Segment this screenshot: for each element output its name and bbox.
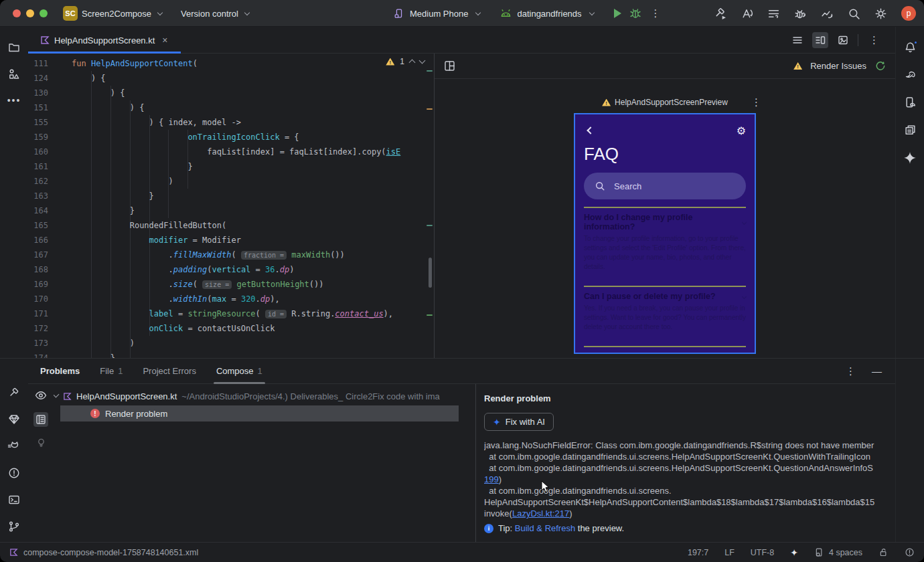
- stack-trace-link[interactable]: LazyDsl.kt:217: [512, 508, 569, 519]
- run-configuration-selector[interactable]: datingandfriends: [517, 9, 581, 19]
- expand-chevron-icon[interactable]: [54, 391, 59, 398]
- code-line[interactable]: 169.size( size = getButtonHeight()): [28, 277, 434, 292]
- editor-tab-bar: HelpAndSupportScreen.kt × ⋮: [28, 27, 895, 54]
- close-tab-icon[interactable]: ×: [162, 35, 167, 45]
- split-view-icon[interactable]: [812, 32, 828, 48]
- minimize-window-button[interactable]: [26, 9, 34, 17]
- code-line[interactable]: 162): [28, 174, 434, 189]
- faq-answer: Yes. If you need a break, you can pause …: [584, 304, 746, 332]
- code-line[interactable]: 172onClick = contactUsOnClick: [28, 321, 434, 336]
- inspection-widget[interactable]: ! 1: [386, 57, 425, 66]
- indent-widget[interactable]: 4 spaces: [814, 547, 862, 557]
- caret-position[interactable]: 197:7: [688, 548, 708, 557]
- close-window-button[interactable]: [13, 9, 21, 17]
- next-warning-icon[interactable]: [419, 58, 426, 64]
- warning-icon: !: [793, 62, 802, 70]
- project-widget[interactable]: SC Screen2Compose: [63, 0, 162, 27]
- gemini-ai-icon[interactable]: [903, 151, 917, 165]
- tool-window-options-icon[interactable]: ⋮: [842, 365, 860, 377]
- preview-name[interactable]: HelpAndSupportScreenPreview: [615, 98, 728, 107]
- code-line[interactable]: 173): [28, 336, 434, 351]
- profile-debug-icon[interactable]: [794, 7, 807, 20]
- editor-scrollbar[interactable]: [429, 258, 432, 288]
- code-line[interactable]: 159onTrailingIconClick = {: [28, 130, 434, 145]
- notifications-bell-icon[interactable]: [904, 41, 917, 54]
- debug-button[interactable]: [629, 7, 641, 19]
- run-toolbar: Medium Phone datingandfriends ⋮: [394, 0, 665, 27]
- render-issues-label[interactable]: Render Issues: [810, 61, 866, 71]
- code-line[interactable]: 165RoundedFilledButton(: [28, 218, 434, 233]
- build-variants-icon[interactable]: [904, 124, 917, 136]
- refresh-icon[interactable]: [874, 60, 886, 72]
- code-line[interactable]: 124) {: [28, 71, 434, 86]
- more-tool-windows-icon[interactable]: •••: [7, 95, 21, 106]
- code-line[interactable]: 168.padding(vertical = 36.dp): [28, 262, 434, 277]
- design-view-icon[interactable]: [835, 32, 851, 48]
- preview-toolbar: ! Render Issues: [435, 54, 895, 79]
- tool-window-title[interactable]: Problems: [40, 366, 80, 376]
- code-line[interactable]: 155) { index, model ->: [28, 115, 434, 130]
- problems-file-node[interactable]: HelpAndSupportScreen.kt ~/AndroidStudioP…: [54, 388, 475, 404]
- device-icon: [394, 8, 404, 19]
- code-line[interactable]: 167.fillMaxWidth( fraction = maxWidth()): [28, 248, 434, 262]
- minimize-tool-window-icon[interactable]: —: [872, 365, 882, 377]
- file-encoding[interactable]: UTF-8: [751, 548, 774, 557]
- unlocked-icon[interactable]: [878, 547, 889, 557]
- code-line[interactable]: 166modifier = Modifier: [28, 233, 434, 248]
- device-sync-icon: [814, 547, 824, 557]
- device-manager-icon[interactable]: [904, 96, 917, 109]
- code-line[interactable]: 161}: [28, 159, 434, 174]
- warning-count: 1: [400, 57, 404, 66]
- tab-compose[interactable]: Compose1: [216, 359, 262, 384]
- quick-fix-bulb-icon[interactable]: [36, 438, 46, 448]
- code-line[interactable]: 151) {: [28, 100, 434, 115]
- stack-trace-line: at com.ibm.google.datingandfriends.ui.sc…: [484, 485, 924, 496]
- line-ending[interactable]: LF: [724, 548, 735, 557]
- search-icon[interactable]: [848, 7, 860, 20]
- faq-question: Can I pause or delete my profile?: [584, 292, 746, 301]
- gradle-tool-icon[interactable]: [904, 69, 917, 82]
- highlight-level-icon[interactable]: [905, 547, 915, 557]
- editor-options-icon[interactable]: ⋮: [865, 34, 883, 46]
- code-line[interactable]: 160faqList[index] = faqList[index].copy(…: [28, 145, 434, 159]
- build-icon[interactable]: [714, 7, 726, 20]
- preview-options-icon[interactable]: ⋮: [747, 96, 765, 108]
- settings-gear-icon[interactable]: [874, 7, 887, 20]
- zoom-window-button[interactable]: [40, 9, 48, 17]
- code-line[interactable]: 111fun HelpAndSupportContent(: [28, 56, 434, 71]
- code-line[interactable]: 174}: [28, 351, 434, 358]
- ai-status-icon[interactable]: ✦: [790, 547, 798, 558]
- code-line[interactable]: 170.widthIn(max = 320.dp),: [28, 292, 434, 306]
- open-details-icon[interactable]: [33, 412, 48, 427]
- tab-project-errors[interactable]: Project Errors: [143, 359, 196, 384]
- run-button[interactable]: [614, 9, 621, 18]
- device-selector[interactable]: Medium Phone: [410, 9, 468, 19]
- tab-file[interactable]: File1: [100, 359, 123, 384]
- profiler-icon[interactable]: [821, 7, 834, 20]
- problem-row-selected[interactable]: ! Render problem: [60, 405, 459, 421]
- preview-layout-icon[interactable]: [444, 60, 455, 72]
- preview-problem-icon[interactable]: [35, 389, 47, 401]
- more-run-options-button[interactable]: ⋮: [647, 7, 665, 19]
- ai-rename-icon[interactable]: [741, 7, 753, 20]
- task-list-icon[interactable]: [767, 7, 780, 20]
- stack-trace-link[interactable]: 199: [484, 474, 499, 484]
- main-toolbar-icons: p: [714, 0, 916, 27]
- fix-with-ai-button[interactable]: ✦ Fix with AI: [484, 413, 554, 431]
- user-avatar[interactable]: p: [901, 6, 916, 21]
- previous-warning-icon[interactable]: [409, 60, 416, 66]
- code-line[interactable]: 130) {: [28, 86, 434, 100]
- code-line[interactable]: 164}: [28, 203, 434, 218]
- code-view-icon[interactable]: [789, 32, 805, 48]
- resource-manager-icon[interactable]: [8, 68, 20, 80]
- project-tool-icon[interactable]: [8, 41, 20, 54]
- build-refresh-link[interactable]: Build & Refresh: [515, 523, 575, 533]
- compose-preview-frame[interactable]: ⚙ FAQ Search How do I change my profile …: [574, 113, 756, 354]
- code-line[interactable]: 171label = stringResource( id = R.string…: [28, 306, 434, 321]
- editor-tab[interactable]: HelpAndSupportScreen.kt ×: [28, 27, 181, 54]
- vcs-widget[interactable]: Version control: [181, 0, 249, 27]
- status-file-name: compose-compose-model-1758748140651.xml: [23, 548, 198, 557]
- code-line[interactable]: 163}: [28, 189, 434, 203]
- code-editor[interactable]: 111fun HelpAndSupportContent(124) {130) …: [28, 54, 434, 358]
- file-name: HelpAndSupportScreen.kt: [76, 391, 177, 401]
